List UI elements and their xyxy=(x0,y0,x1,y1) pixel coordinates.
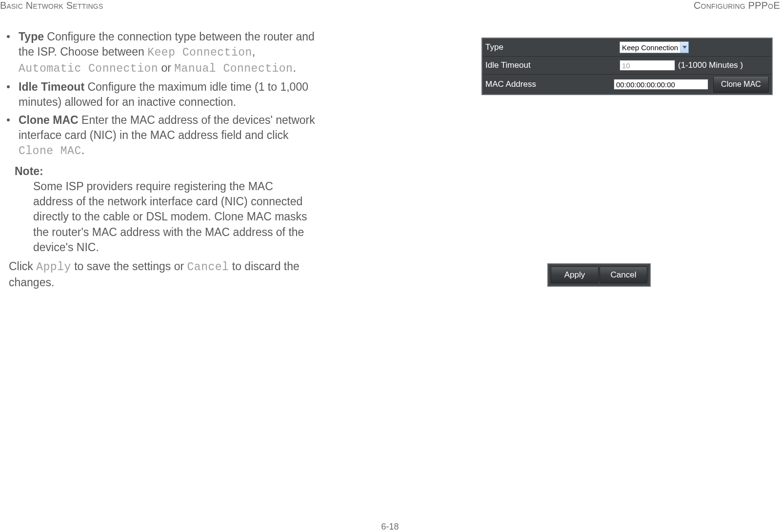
row-idle: Idle Timeout (1-1000 Minutes ) xyxy=(482,57,772,75)
mac-address-input[interactable] xyxy=(614,79,708,90)
note-label: Note: xyxy=(15,165,315,178)
term-clone: Clone MAC xyxy=(19,114,79,126)
idle-timeout-input[interactable] xyxy=(620,60,675,71)
note-body: Some ISP providers require registering t… xyxy=(33,179,315,255)
content-body: Type Configure the connection type betwe… xyxy=(19,29,315,290)
chevron-down-icon[interactable] xyxy=(680,42,688,53)
bullet-list: Type Configure the connection type betwe… xyxy=(19,29,315,159)
header-right: Configuring PPPoE xyxy=(694,0,780,11)
outro-cancel: Cancel xyxy=(187,261,229,274)
bullet-clone: Clone MAC Enter the MAC address of the d… xyxy=(19,113,315,159)
clone-cmd: Clone MAC xyxy=(19,145,81,158)
note-block: Note: Some ISP providers require registe… xyxy=(15,165,315,255)
bullet-type: Type Configure the connection type betwe… xyxy=(19,29,315,77)
row-type: Type Keep Connection xyxy=(482,39,772,57)
label-mac: MAC Address xyxy=(482,79,614,89)
type-select-value: Keep Connection xyxy=(620,43,680,52)
outro-apply: Apply xyxy=(36,261,71,274)
type-option-manual: Manual Connection xyxy=(174,62,293,75)
header-left: Basic Network Settings xyxy=(0,0,103,11)
action-buttons: Apply Cancel xyxy=(547,263,651,287)
term-type: Type xyxy=(19,30,44,43)
type-select[interactable]: Keep Connection xyxy=(620,41,689,53)
page-number: 6-18 xyxy=(0,522,780,532)
clone-mac-button[interactable]: Clone MAC xyxy=(713,76,769,93)
type-option-auto: Automatic Connection xyxy=(19,62,158,75)
type-sep-1: , xyxy=(252,45,255,58)
label-type: Type xyxy=(482,42,620,52)
type-end: . xyxy=(293,61,296,74)
idle-hint: (1-1000 Minutes ) xyxy=(678,60,743,70)
apply-button[interactable]: Apply xyxy=(551,267,599,283)
bullet-idle: Idle Timeout Configure the maximum idle … xyxy=(19,79,315,110)
config-panel: Type Keep Connection Idle Timeout (1-100… xyxy=(481,38,773,95)
outro-text: Click Apply to save the settings or Canc… xyxy=(9,259,315,290)
term-idle: Idle Timeout xyxy=(19,80,84,93)
cancel-button[interactable]: Cancel xyxy=(600,267,647,283)
outro-p2: to save the settings or xyxy=(71,260,187,273)
label-idle: Idle Timeout xyxy=(482,60,620,70)
clone-end: . xyxy=(81,144,84,157)
type-or: or xyxy=(158,61,174,74)
outro-p1: Click xyxy=(9,260,36,273)
row-mac: MAC Address Clone MAC xyxy=(482,75,772,94)
type-option-keep: Keep Connection xyxy=(147,46,252,59)
